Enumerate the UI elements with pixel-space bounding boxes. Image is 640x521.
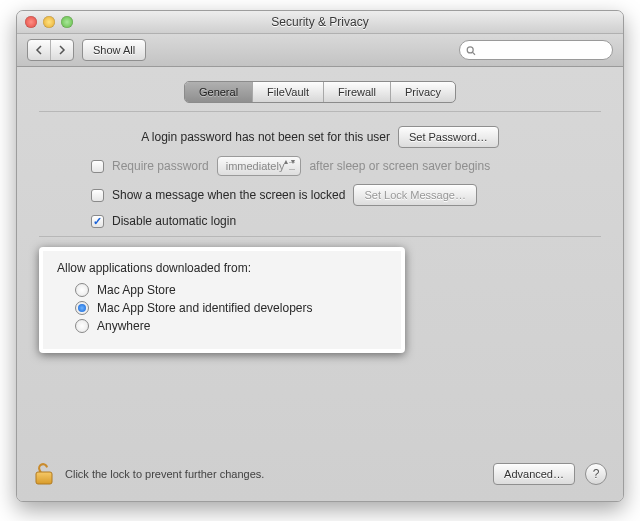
svg-line-1	[473, 52, 475, 54]
search-icon	[466, 45, 476, 56]
require-password-delay-value: immediately	[226, 160, 285, 172]
allow-app-store-option[interactable]: Mac App Store	[75, 283, 387, 297]
lock-icon[interactable]	[33, 461, 55, 487]
allow-app-store-label: Mac App Store	[97, 283, 176, 297]
tab-general[interactable]: General	[185, 82, 253, 102]
tab-filevault[interactable]: FileVault	[253, 82, 324, 102]
separator	[39, 236, 601, 237]
require-password-checkbox[interactable]	[91, 160, 104, 173]
footer: Click the lock to prevent further change…	[17, 451, 623, 501]
window-title: Security & Privacy	[17, 15, 623, 29]
chevron-right-icon	[57, 45, 67, 55]
show-all-button[interactable]: Show All	[82, 39, 146, 61]
allow-anywhere-option[interactable]: Anywhere	[75, 319, 387, 333]
allow-apps-heading: Allow applications downloaded from:	[57, 261, 387, 275]
search-input[interactable]	[480, 43, 606, 57]
titlebar: Security & Privacy	[17, 11, 623, 34]
allow-anywhere-label: Anywhere	[97, 319, 150, 333]
zoom-button[interactable]	[61, 16, 73, 28]
back-button[interactable]	[28, 40, 51, 60]
tab-bar: General FileVault Firewall Privacy	[184, 81, 456, 103]
forward-button[interactable]	[51, 40, 73, 60]
show-message-checkbox[interactable]	[91, 189, 104, 202]
require-password-label: Require password	[112, 159, 209, 173]
disable-auto-login-checkbox[interactable]	[91, 215, 104, 228]
svg-point-0	[467, 46, 473, 52]
nav-back-forward	[27, 39, 74, 61]
toolbar: Show All	[17, 34, 623, 67]
close-button[interactable]	[25, 16, 37, 28]
advanced-button[interactable]: Advanced…	[493, 463, 575, 485]
pane-body: General FileVault Firewall Privacy A log…	[17, 67, 623, 501]
allow-identified-label: Mac App Store and identified developers	[97, 301, 312, 315]
minimize-button[interactable]	[43, 16, 55, 28]
general-panel: A login password has not been set for th…	[39, 111, 601, 353]
disable-auto-login-label: Disable automatic login	[112, 214, 236, 228]
search-field[interactable]	[459, 40, 613, 60]
radio-button[interactable]	[75, 301, 89, 315]
require-password-delay-select[interactable]: immediately ▲▼	[217, 156, 302, 176]
help-button[interactable]: ?	[585, 463, 607, 485]
require-password-after-label: after sleep or screen saver begins	[309, 159, 490, 173]
show-message-label: Show a message when the screen is locked	[112, 188, 345, 202]
allow-identified-option[interactable]: Mac App Store and identified developers	[75, 301, 387, 315]
radio-button[interactable]	[75, 319, 89, 333]
preferences-window: Security & Privacy Show All	[16, 10, 624, 502]
set-password-button[interactable]: Set Password…	[398, 126, 499, 148]
chevron-left-icon	[34, 45, 44, 55]
set-lock-message-button[interactable]: Set Lock Message…	[353, 184, 477, 206]
tab-privacy[interactable]: Privacy	[391, 82, 455, 102]
tab-firewall[interactable]: Firewall	[324, 82, 391, 102]
radio-button[interactable]	[75, 283, 89, 297]
lock-text: Click the lock to prevent further change…	[65, 468, 264, 480]
login-password-text: A login password has not been set for th…	[141, 130, 390, 144]
svg-rect-2	[36, 472, 52, 484]
allow-apps-section: Allow applications downloaded from: Mac …	[39, 247, 405, 353]
